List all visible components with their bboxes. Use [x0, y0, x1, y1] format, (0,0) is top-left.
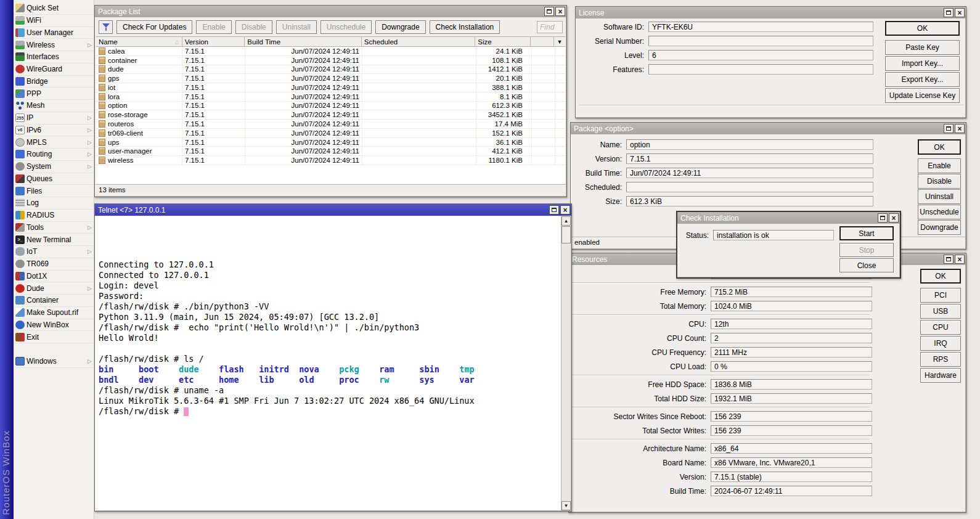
terminal-area[interactable]: Connecting to 127.0.0.1 Connected to 127… — [96, 216, 561, 510]
titlebar[interactable]: Package <option> × — [571, 123, 966, 134]
table-row[interactable]: routeros7.15.1Jun/07/2024 12:49:1117.4 M… — [96, 120, 565, 129]
table-row[interactable]: lora7.15.1Jun/07/2024 12:49:118.1 KiB — [96, 92, 565, 102]
architecture-name-field[interactable]: x86_64 — [711, 443, 872, 454]
hardware-button[interactable]: Hardware — [920, 368, 961, 383]
pci-button[interactable]: PCI — [920, 288, 961, 303]
scroll-down-button[interactable]: ▼ — [561, 501, 571, 510]
sector-writes-since-reboot-field[interactable]: 156 239 — [711, 411, 872, 422]
sidebar-item-make-supout-rif[interactable]: Make Supout.rif — [14, 307, 94, 319]
usb-button[interactable]: USB — [920, 304, 961, 319]
titlebar[interactable]: Check Installation × — [677, 212, 900, 224]
total-memory-field[interactable]: 1024.0 MiB — [711, 301, 872, 311]
downgrade-button[interactable]: Downgrade — [918, 220, 961, 235]
sidebar-item-quick-set[interactable]: Quick Set — [14, 2, 94, 15]
update-license-key-button[interactable]: Update License Key — [885, 88, 960, 103]
start-button[interactable]: Start — [839, 226, 894, 240]
build-time-field[interactable]: 2024-06-07 12:49:11 — [711, 486, 872, 496]
sidebar-item-windows[interactable]: Windows▷ — [14, 356, 94, 368]
cpu-frequency-field[interactable]: 2111 MHz — [711, 347, 872, 358]
unschedule-button[interactable]: Unschedule — [321, 20, 372, 34]
sidebar-item-ipv6[interactable]: v6IPv6▷ — [14, 125, 94, 137]
table-row[interactable]: rose-storage7.15.1Jun/07/2024 12:49:1134… — [96, 110, 565, 120]
level-field[interactable]: 6 — [648, 50, 873, 60]
terminal-scrollbar[interactable]: ▲ ▼ — [561, 216, 571, 510]
maximize-button[interactable] — [549, 205, 559, 215]
sidebar-item-user-manager[interactable]: User Manager — [14, 27, 94, 39]
name-field[interactable]: option — [626, 139, 873, 150]
serial-number-field[interactable] — [648, 36, 873, 46]
sidebar-item-exit[interactable]: Exit — [14, 331, 94, 343]
table-row[interactable]: tr069-client7.15.1Jun/07/2024 12:49:1115… — [96, 129, 565, 138]
titlebar[interactable]: License × — [576, 7, 966, 18]
features-field[interactable] — [648, 64, 873, 75]
enable-button[interactable]: Enable — [196, 20, 231, 34]
stop-button[interactable]: Stop — [839, 243, 894, 257]
sidebar-item-ppp[interactable]: PPP — [14, 88, 94, 100]
sidebar-item-tr069[interactable]: TR069 — [14, 258, 94, 271]
sidebar-item-new-winbox[interactable]: New WinBox — [14, 319, 94, 332]
sidebar-item-system[interactable]: System▷ — [14, 161, 94, 173]
table-row[interactable]: calea7.15.1Jun/07/2024 12:49:1124.1 KiB — [96, 47, 565, 56]
cpu-field[interactable]: 12th — [711, 319, 872, 329]
ok-button[interactable]: OK — [885, 21, 960, 36]
irq-button[interactable]: IRQ — [920, 336, 961, 351]
free-hdd-space-field[interactable]: 1836.8 MiB — [711, 379, 872, 390]
table-row[interactable]: container7.15.1Jun/07/2024 12:49:11108.1… — [96, 56, 565, 65]
board-name-field[interactable]: x86 VMware, Inc. VMware20,1 — [711, 457, 872, 468]
uninstall-button[interactable]: Uninstall — [918, 189, 961, 204]
table-row[interactable]: gps7.15.1Jun/07/2024 12:49:1120.1 KiB — [96, 74, 565, 83]
sidebar-item-queues[interactable]: Queues — [14, 173, 94, 186]
disable-button[interactable]: Disable — [918, 174, 961, 189]
disable-button[interactable]: Disable — [235, 20, 272, 34]
ok-button[interactable]: OK — [920, 269, 961, 284]
table-row[interactable]: iot7.15.1Jun/07/2024 12:49:11388.1 KiB — [96, 83, 565, 92]
maximize-button[interactable] — [944, 8, 953, 17]
column-picker-button[interactable]: ▼ — [554, 37, 565, 46]
table-row[interactable]: option7.15.1Jun/07/2024 12:49:11612.3 Ki… — [96, 102, 565, 111]
version-field[interactable]: 7.15.1 — [626, 153, 873, 164]
software-id-field[interactable]: YFTK-EK6U — [648, 22, 873, 32]
sidebar-item-wireless[interactable]: Wireless▷ — [14, 39, 94, 51]
sidebar-item-iot[interactable]: IoT▷ — [14, 246, 94, 258]
check-installation-button[interactable]: Check Installation — [430, 20, 500, 34]
sidebar-item-log[interactable]: Log — [14, 197, 94, 210]
close-button[interactable]: × — [955, 255, 965, 264]
sidebar-item-tools[interactable]: Tools▷ — [14, 222, 94, 234]
export-key-button[interactable]: Export Key... — [885, 72, 960, 87]
version-field[interactable]: 7.15.1 (stable) — [711, 472, 872, 482]
uninstall-button[interactable]: Uninstall — [276, 20, 317, 34]
sidebar-item-routing[interactable]: Routing▷ — [14, 149, 94, 161]
column-header-build-time[interactable]: Build Time — [245, 37, 361, 46]
close-button[interactable]: × — [555, 7, 565, 16]
unschedule-button[interactable]: Unschedule — [918, 205, 961, 219]
total-sector-writes-field[interactable]: 156 239 — [711, 425, 872, 436]
filter-button[interactable] — [99, 20, 113, 34]
maximize-button[interactable] — [878, 213, 888, 223]
size-field[interactable]: 612.3 KiB — [626, 196, 873, 206]
scrollbar-thumb[interactable] — [561, 226, 571, 243]
build-time-field[interactable]: Jun/07/2024 12:49:11 — [626, 168, 873, 178]
sidebar-item-mesh[interactable]: Mesh — [14, 100, 94, 112]
maximize-button[interactable] — [944, 124, 953, 133]
sidebar-item-dude[interactable]: Dude▷ — [14, 282, 94, 295]
column-header-name[interactable]: Name △ — [96, 37, 182, 46]
downgrade-button[interactable]: Downgrade — [375, 20, 425, 34]
table-row[interactable]: ups7.15.1Jun/07/2024 12:49:1136.1 KiB — [96, 138, 565, 147]
titlebar[interactable]: Telnet <7> 127.0.0.1 × — [95, 204, 571, 216]
sidebar-item-container[interactable]: Container — [14, 295, 94, 307]
maximize-button[interactable] — [544, 7, 554, 16]
status-field[interactable]: installation is ok — [713, 230, 834, 240]
column-header-version[interactable]: Version — [182, 37, 245, 46]
scroll-up-button[interactable]: ▲ — [561, 216, 571, 226]
sidebar-item-interfaces[interactable]: Interfaces — [14, 51, 94, 63]
table-row[interactable]: dude7.15.1Jun/07/2024 12:49:111412.1 KiB — [96, 65, 565, 75]
paste-key-button[interactable]: Paste Key — [885, 40, 960, 55]
sidebar-item-files[interactable]: Files — [14, 185, 94, 197]
column-header-size[interactable]: Size — [475, 37, 531, 46]
scheduled-field[interactable] — [626, 182, 873, 192]
check-for-updates-button[interactable]: Check For Updates — [116, 20, 192, 34]
close-button[interactable]: × — [560, 205, 570, 215]
cpu-count-field[interactable]: 2 — [711, 333, 872, 343]
total-hdd-size-field[interactable]: 1932.1 MiB — [711, 393, 872, 404]
table-row[interactable]: user-manager7.15.1Jun/07/2024 12:49:1141… — [96, 147, 565, 156]
